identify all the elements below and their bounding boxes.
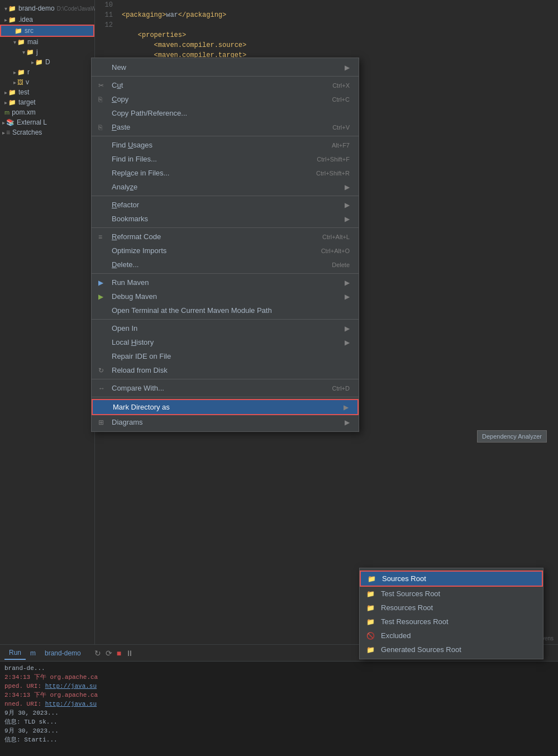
shortcut-label: Ctrl+Alt+L: [322, 234, 350, 240]
run-line-6: 信息: TLD sk...: [4, 717, 554, 726]
submenu-item-generated-sources[interactable]: 📁 Generated Sources Root: [360, 643, 543, 657]
menu-item-copy-path[interactable]: Copy Path/Reference...: [92, 106, 359, 120]
menu-item-local-history[interactable]: Local History ▶: [92, 335, 359, 349]
shortcut-label: Ctrl+V: [332, 124, 350, 131]
menu-item-label: Refactor: [112, 201, 139, 209]
submenu-item-test-resources-root[interactable]: 📁 Test Resources Root: [360, 615, 543, 629]
menu-item-delete[interactable]: Delete... Delete: [92, 258, 359, 272]
tree-item-webapp[interactable]: ▸ 🖼 v: [0, 77, 94, 87]
submenu-arrow-icon: ▶: [345, 339, 350, 346]
tree-item-test[interactable]: ▸ 📁 test: [0, 87, 94, 97]
excluded-icon: 🚫: [366, 632, 376, 640]
menu-item-reformat[interactable]: ≡ Reformat Code Ctrl+Alt+L: [92, 230, 359, 244]
menu-item-copy[interactable]: ⎘ Copy Ctrl+C: [92, 92, 359, 106]
submenu-arrow-icon: ▶: [345, 201, 350, 209]
stop-icon[interactable]: ■: [117, 649, 121, 658]
submenu-arrow-icon: ▶: [345, 215, 350, 223]
submenu-item-label: Sources Root: [382, 574, 426, 583]
submenu-item-excluded[interactable]: 🚫 Excluded: [360, 629, 543, 643]
submenu-item-label: Excluded: [381, 631, 411, 640]
rerun-icon[interactable]: ⟳: [106, 649, 112, 658]
tree-item-project-root[interactable]: ▾ 📁 brand-demo D:\Code\JavaWeb\brand-dem…: [0, 2, 94, 15]
shortcut-label: Ctrl+Shift+F: [317, 156, 350, 163]
menu-item-replace-in-files[interactable]: Replace in Files... Ctrl+Shift+R: [92, 166, 359, 180]
menu-item-label: Run Maven: [112, 278, 149, 287]
tree-label: .idea: [18, 16, 33, 23]
generated-icon: 📁: [366, 646, 376, 654]
file-tree-panel: ▾ 📁 brand-demo D:\Code\JavaWeb\brand-dem…: [0, 0, 95, 756]
menu-item-analyze[interactable]: Analyze ▶: [92, 180, 359, 194]
menu-item-run-maven[interactable]: ▶ Run Maven ▶: [92, 275, 359, 289]
menu-item-compare[interactable]: ↔ Compare With... Ctrl+D: [92, 381, 359, 395]
tree-label: v: [26, 78, 29, 86]
run-line-7: 9月 30, 2023...: [4, 726, 554, 735]
run-tab-run[interactable]: Run: [4, 646, 26, 660]
menu-separator: [92, 196, 359, 196]
menu-item-open-terminal[interactable]: Open Terminal at the Current Maven Modul…: [92, 303, 359, 317]
tree-item-inner[interactable]: ▸ 📁 D: [0, 57, 94, 67]
menu-item-new[interactable]: New ▶: [92, 60, 359, 74]
run-tab-brand[interactable]: brand-demo: [40, 647, 85, 659]
folder-icon: 🖼: [17, 79, 23, 85]
tree-item-idea[interactable]: ▸ 📁 .idea: [0, 15, 94, 25]
diagrams-icon: ⊞: [98, 419, 107, 426]
menu-item-debug-maven[interactable]: ▶ Debug Maven ▶: [92, 289, 359, 303]
tree-item-resources[interactable]: ▸ 📁 r: [0, 67, 94, 77]
menu-item-find-in-files[interactable]: Find in Files... Ctrl+Shift+F: [92, 152, 359, 166]
tree-label: src: [25, 27, 34, 35]
submenu-item-resources-root[interactable]: 📁 Resources Root: [360, 601, 543, 615]
chevron-icon: ▾: [13, 39, 16, 45]
tree-label: D: [45, 58, 50, 66]
submenu-arrow-icon: ▶: [345, 64, 350, 72]
menu-item-paste[interactable]: ⎘ Paste Ctrl+V: [92, 120, 359, 134]
folder-icon: 📁: [35, 59, 43, 66]
run-maven-icon: ▶: [98, 279, 107, 287]
submenu-arrow-icon: ▶: [345, 293, 350, 301]
restart-icon[interactable]: ↻: [94, 649, 101, 658]
tree-label: Scratches: [12, 129, 42, 136]
run-line-3: 2:34:13 下午 org.apache.ca: [4, 691, 554, 700]
context-menu: New ▶ ✂ Cut Ctrl+X ⎘ Copy Ctrl+C Copy Pa…: [91, 58, 359, 432]
menu-item-repair-ide[interactable]: Repair IDE on File: [92, 349, 359, 363]
menu-item-label: Debug Maven: [112, 292, 157, 301]
tree-label: pom.xm: [12, 108, 36, 116]
menu-item-label: Delete...: [112, 260, 139, 269]
menu-item-label: Find in Files...: [112, 155, 157, 163]
tree-item-target[interactable]: ▸ 📁 target: [0, 97, 94, 107]
menu-item-cut[interactable]: ✂ Cut Ctrl+X: [92, 78, 359, 92]
menu-item-bookmarks[interactable]: Bookmarks ▶: [92, 212, 359, 226]
pause-icon[interactable]: ⏸: [126, 649, 133, 658]
submenu-arrow-icon: ▶: [344, 403, 349, 411]
menu-item-find-usages[interactable]: Find Usages Alt+F7: [92, 138, 359, 152]
menu-item-reload[interactable]: ↻ Reload from Disk: [92, 363, 359, 377]
menu-item-label: Open Terminal at the Current Maven Modul…: [112, 306, 272, 315]
menu-item-label: Find Usages: [112, 141, 152, 149]
tree-item-pom[interactable]: m pom.xm: [0, 107, 94, 117]
run-tab-icon: m: [30, 649, 36, 657]
tree-item-main[interactable]: ▾ 📁 mai: [0, 37, 94, 47]
menu-item-optimize-imports[interactable]: Optimize Imports Ctrl+Alt+O: [92, 244, 359, 258]
tree-label: mai: [27, 38, 38, 46]
chevron-icon: ▸: [13, 69, 16, 75]
chevron-down-icon: ▾: [4, 6, 7, 12]
submenu-item-sources-root[interactable]: 📁 Sources Root: [360, 570, 543, 587]
menu-item-mark-directory[interactable]: Mark Directory as ▶: [92, 399, 359, 415]
cut-icon: ✂: [98, 82, 107, 89]
submenu-item-label: Generated Sources Root: [381, 645, 461, 654]
run-line-1: 2:34:13 下午 org.apache.ca: [4, 673, 554, 682]
tree-item-scratches[interactable]: ▸ ≡ Scratches: [0, 127, 94, 137]
menu-item-label: Paste: [112, 123, 130, 131]
tree-label: r: [27, 68, 30, 76]
mark-directory-submenu: 📁 Sources Root 📁 Test Sources Root 📁 Res…: [359, 568, 543, 659]
menu-item-diagrams[interactable]: ⊞ Diagrams ▶: [92, 415, 359, 429]
tree-item-external[interactable]: ▸ 📚 External L: [0, 117, 94, 127]
tree-label: target: [18, 98, 36, 106]
menu-item-open-in[interactable]: Open In ▶: [92, 321, 359, 335]
menu-item-refactor[interactable]: Refactor ▶: [92, 198, 359, 212]
compare-icon: ↔: [98, 384, 107, 392]
tree-item-java[interactable]: ▾ 📁 j: [0, 47, 94, 57]
tree-item-src[interactable]: 📁 src: [0, 25, 94, 37]
submenu-item-test-sources-root[interactable]: 📁 Test Sources Root: [360, 587, 543, 601]
folder-icon: 📁: [26, 49, 34, 56]
menu-item-label: New: [112, 63, 126, 72]
